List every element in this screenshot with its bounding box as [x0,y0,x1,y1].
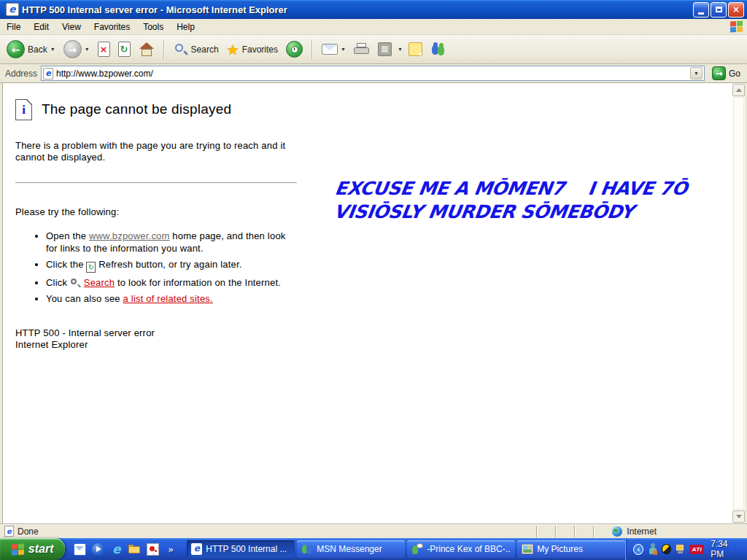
vertical-scrollbar[interactable] [732,83,745,524]
forward-button[interactable]: → ▼ [61,39,92,60]
address-dropdown-button[interactable]: ▼ [690,67,703,79]
taskbar-clock[interactable]: 7:34 PM [711,539,740,559]
status-pane-divider [574,526,576,537]
windows-flag-icon [730,21,743,32]
scrollbar-track[interactable] [733,97,744,510]
address-input[interactable]: e http://www.bzpower.com/ ▼ [41,66,705,81]
browser-name-line: Internet Explorer [15,339,307,351]
scroll-down-button[interactable] [732,510,745,523]
ie-e-glyph: e [110,543,123,556]
minimize-button[interactable] [693,2,709,18]
msn-messenger-icon [301,543,313,555]
mail-button[interactable]: ▼ [320,42,348,56]
search-link[interactable]: Search [84,277,115,288]
close-button[interactable]: × [728,2,744,18]
quick-launch-bar: e » [65,543,181,556]
tray-display-icon[interactable] [676,544,686,554]
info-i-glyph: i [22,103,26,117]
internet-zone-icon [612,526,622,537]
toolbar-separator [163,40,165,59]
fullscreen-icon [378,42,392,56]
quick-launch-overflow-chevron[interactable]: » [168,544,174,555]
tray-messenger-icon[interactable] [648,543,657,555]
outlook-express-icon[interactable] [74,543,86,556]
start-label: start [28,542,54,556]
taskbar-button-chat-window[interactable]: -Prince Kex of BBC-... [407,540,515,558]
menu-view[interactable]: View [55,20,88,34]
browser-viewport: i The page cannot be displayed There is … [2,83,745,524]
task-buttons: e HTTP 500 Internal ... MSN Messenger -P… [187,540,625,558]
forward-icon: → [63,40,82,58]
menu-file[interactable]: File [0,20,27,34]
folder-shortcut-icon[interactable] [128,543,141,556]
mail-dropdown-icon[interactable]: ▼ [341,47,346,52]
menu-favorites[interactable]: Favorites [88,20,136,34]
menu-help[interactable]: Help [170,20,201,34]
taskbar-button-label: -Prince Kex of BBC-... [427,544,511,554]
refresh-button[interactable]: ↻ [116,40,133,58]
favorites-button[interactable]: ★ Favorites [225,40,280,59]
taskbar: start e » e HTTP 500 Internal ... MSN Me… [0,538,747,560]
home-button[interactable] [136,41,157,58]
search-icon [174,42,188,57]
suggestion-list: Open the www.bzpower.com home page, and … [46,230,300,305]
back-icon: ← [7,40,25,58]
back-button[interactable]: ← Back ▼ [4,39,58,60]
list-item: You can also see a list of related sites… [46,292,300,305]
tray-collapse-chevron[interactable]: ‹ [633,544,643,555]
history-button[interactable] [284,39,305,59]
home-icon [139,42,155,57]
stop-button[interactable]: × [96,40,112,58]
taskbar-button-my-pictures[interactable]: My Pictures [517,540,625,558]
mini-refresh-icon: ↻ [86,262,96,273]
status-text: Done [18,526,39,537]
scroll-up-button[interactable] [732,84,745,96]
menu-tools[interactable]: Tools [136,20,170,34]
related-sites-link[interactable]: a list of related sites. [123,293,213,304]
media-player-icon[interactable] [92,543,104,556]
refresh-icon: ↻ [118,42,131,57]
window-title: HTTP 500 Internal server error - Microso… [22,4,693,15]
bullet-text: You can also see [46,293,123,304]
bullet-text: Click the [46,259,86,270]
status-pane-divider [536,526,538,537]
fullscreen-button[interactable] [376,41,394,58]
messenger-button[interactable] [428,41,449,58]
taskbar-button-msn-messenger[interactable]: MSN Messenger [297,540,405,558]
desktop-screen: e HTTP 500 Internal server error - Micro… [0,0,747,560]
bullet-text: Click [46,277,70,288]
ie-logo-icon: e [6,3,19,16]
go-button[interactable]: → Go [708,66,744,80]
taskbar-button-ie[interactable]: e HTTP 500 Internal ... [187,540,295,558]
chevron-down-icon: ▼ [694,71,699,76]
address-label: Address [3,69,37,79]
tray-app-icon[interactable] [662,544,671,554]
homepage-link[interactable]: www.bzpower.com [89,230,170,241]
status-pane-divider [555,526,557,537]
restore-button[interactable] [711,2,727,18]
menu-edit[interactable]: Edit [27,20,55,34]
list-item: Open the www.bzpower.com home page, and … [46,230,300,254]
search-button[interactable]: Search [171,41,221,58]
print-button[interactable] [352,42,372,57]
try-following-label: Please try the following: [15,206,307,217]
toolbar-dropdown-icon[interactable]: ▼ [398,47,403,52]
meme-text-overlay: EXCUSE ME A MŌMEN7 I HAVE 7Ō VISIŌSLY MU… [330,178,689,222]
window-controls: × [693,2,744,18]
meme-line-1: EXCUSE ME A MŌMEN7 I HAVE 7Ō [333,178,689,199]
taskbar-button-label: My Pictures [537,544,583,554]
start-button[interactable]: start [0,538,65,560]
messenger-icon [430,42,446,57]
tray-ati-icon[interactable]: ATI [689,545,704,554]
status-pane-divider [593,526,595,537]
search-label: Search [191,44,219,55]
app-shortcut-icon[interactable] [147,543,159,556]
internet-explorer-icon[interactable]: e [110,543,123,556]
history-icon [286,41,303,58]
back-dropdown-icon[interactable]: ▼ [50,47,55,52]
chat-conversation-icon [411,543,423,555]
error-intro: There is a problem with the page you are… [15,140,289,163]
forward-dropdown-icon[interactable]: ▼ [85,47,90,52]
discuss-button[interactable] [406,41,425,58]
address-url-text[interactable]: http://www.bzpower.com/ [56,69,690,79]
